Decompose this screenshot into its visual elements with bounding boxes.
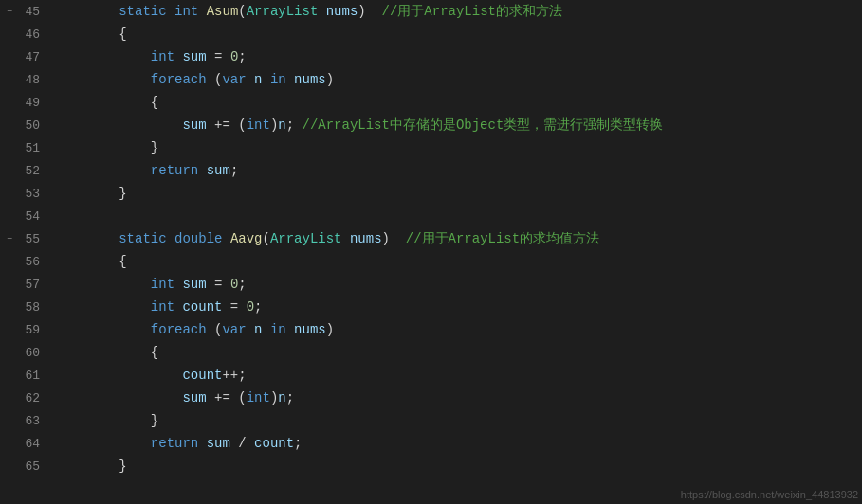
param-token: nums [294,68,326,91]
gutter-row: 65 [0,455,47,477]
plain-token [262,68,269,91]
param-token: nums [350,227,382,250]
num-token: 0 [230,273,238,296]
type-token: ArrayList [247,0,319,23]
plain-token [55,0,119,23]
plain-token: ( [262,227,269,250]
gutter-row: 46 [0,23,47,45]
comment-token: //用于ArrayList的求均值方法 [406,227,599,250]
line-number: 58 [0,300,47,315]
plain-token: } [55,409,158,432]
plain-token [55,114,182,136]
plain-token: += ( [207,114,247,136]
line-number: 63 [0,414,47,428]
plain-token [55,227,119,250]
param-token: nums [326,0,358,23]
num-token: 0 [230,45,238,68]
code-line: { [47,23,862,45]
plain-token [55,45,151,68]
plain-token [55,159,151,182]
plain-token [198,159,206,182]
plain-token: ; [254,296,262,318]
code-line: { [47,341,862,364]
fn-token: Asum [207,0,239,23]
code-line: } [47,409,862,432]
kw-token: int [174,0,198,23]
plain-token [222,227,229,250]
line-number: 49 [0,96,47,110]
line-number: 46 [0,27,47,42]
param-token: sum [207,159,230,182]
param-token: count [254,432,294,455]
code-line: { [47,91,862,114]
kw-token: var [222,318,246,341]
num-token: 0 [247,296,254,318]
line-gutter: −45464748495051525354−555657585960616263… [0,0,47,504]
plain-token [198,0,206,23]
param-token: count [182,364,222,387]
plain-token [55,68,151,91]
line-number: 53 [0,187,47,201]
plain-token [174,45,182,68]
plain-token: ) [270,114,278,136]
param-token: sum [182,387,206,409]
plain-token: ; [286,114,303,136]
kw-token: in [270,318,286,341]
gutter-row: 64 [0,432,47,455]
line-number: 62 [0,391,47,405]
code-line: foreach (var n in nums) [47,318,862,341]
gutter-row: 58 [0,296,47,318]
plain-token [167,227,174,250]
plain-token: ; [294,432,302,455]
watermark: https://blog.csdn.net/weixin_44813932 [681,489,858,500]
kw-token: foreach [151,318,207,341]
kw-token: static [119,227,166,250]
kw-token: int [151,45,174,68]
plain-token [262,318,269,341]
code-line: } [47,182,862,205]
gutter-row: 62 [0,387,47,409]
param-token: n [254,68,262,91]
gutter-row: 48 [0,68,47,91]
line-number: 60 [0,346,47,360]
gutter-row: 54 [0,205,47,227]
plain-token: ) [358,0,381,23]
plain-token: ( [207,68,223,91]
gutter-row: 63 [0,409,47,432]
code-line: { [47,250,862,273]
plain-token: = [222,296,246,318]
code-container: −45464748495051525354−555657585960616263… [0,0,862,504]
code-line: sum += (int)n; [47,387,862,409]
plain-token: { [55,341,158,364]
param-token: n [278,387,285,409]
plain-token: } [55,136,158,159]
gutter-row: 61 [0,364,47,387]
plain-token [174,273,182,296]
kw-token: foreach [151,68,207,91]
gutter-row: 53 [0,182,47,205]
plain-token: ) [382,227,406,250]
gutter-row: 60 [0,341,47,364]
plain-token: = [207,45,230,68]
kw-token: in [270,68,286,91]
plain-token: ; [230,159,238,182]
param-token: count [182,296,222,318]
param-token: sum [182,273,206,296]
gutter-row: 51 [0,136,47,159]
plain-token: { [55,91,158,114]
code-area[interactable]: static int Asum(ArrayList nums) //用于Arra… [47,0,862,504]
kw-token: int [247,114,270,136]
line-number: 50 [0,118,47,133]
plain-token: } [55,455,127,477]
collapse-icon[interactable]: − [2,4,17,19]
plain-token [174,296,182,318]
plain-token: / [230,432,254,455]
plain-token: ( [238,0,246,23]
gutter-row: 56 [0,250,47,273]
line-number: 64 [0,437,47,451]
plain-token [55,432,151,455]
collapse-icon[interactable]: − [2,231,17,246]
line-number: 52 [0,164,47,178]
plain-token: ++; [222,364,246,387]
param-token: sum [182,45,206,68]
